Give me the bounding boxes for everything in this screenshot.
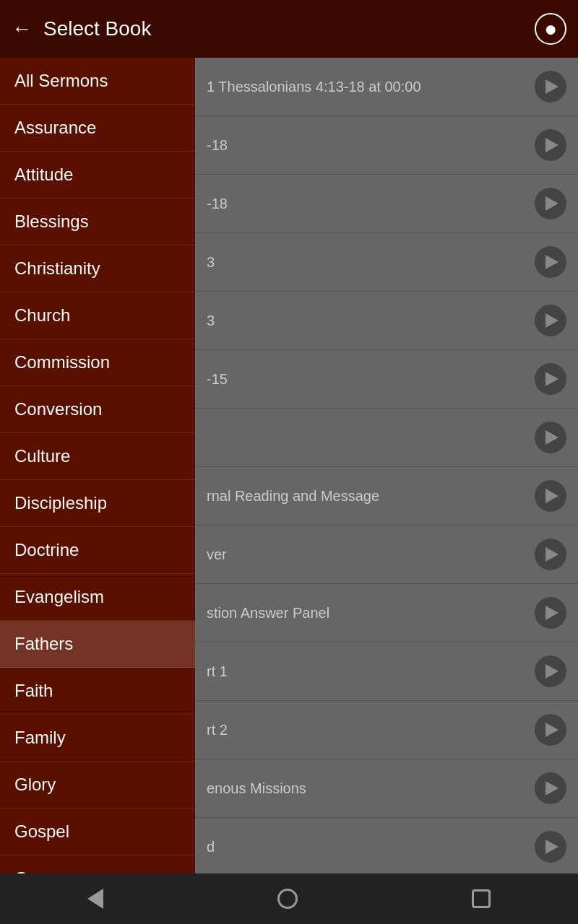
list-item[interactable]: -18 <box>195 175 578 233</box>
account-circle-icon: ● <box>544 17 557 41</box>
sidebar-item-family[interactable]: Family <box>0 715 195 762</box>
play-icon <box>545 547 558 562</box>
sidebar-label-family: Family <box>14 728 66 748</box>
page-title: Select Book <box>43 17 535 40</box>
sidebar-label-gospel: Gospel <box>14 821 69 842</box>
play-button[interactable] <box>535 71 566 103</box>
play-button[interactable] <box>535 188 566 219</box>
sidebar-item-assurance[interactable]: Assurance <box>0 105 195 152</box>
play-button[interactable] <box>535 129 566 161</box>
sidebar-item-glory[interactable]: Glory <box>0 762 195 808</box>
sidebar-item-commission[interactable]: Commission <box>0 339 195 386</box>
play-icon <box>545 430 558 445</box>
sermon-title: d <box>207 839 535 855</box>
play-icon <box>545 489 558 503</box>
sidebar-label-culture: Culture <box>14 446 70 466</box>
sidebar-label-fathers: Fathers <box>14 634 73 654</box>
play-icon <box>545 372 558 386</box>
nav-recent-button[interactable] <box>457 882 505 915</box>
list-item[interactable]: stion Answer Panel <box>195 584 578 642</box>
sidebar-item-faith[interactable]: Faith <box>0 668 195 715</box>
list-item[interactable]: rnal Reading and Message <box>195 467 578 526</box>
sermon-title: -15 <box>207 371 535 388</box>
list-item[interactable]: d <box>195 818 578 876</box>
sidebar-item-evangelism[interactable]: Evangelism <box>0 574 195 621</box>
list-item[interactable]: ver <box>195 526 578 584</box>
list-item[interactable]: 1 Thessalonians 4:13-18 at 00:00 <box>195 58 578 116</box>
sidebar-label-church: Church <box>14 305 70 326</box>
list-item[interactable] <box>195 409 578 467</box>
play-button[interactable] <box>535 363 566 395</box>
play-icon <box>545 723 558 737</box>
back-button[interactable]: ← <box>12 17 32 40</box>
play-button[interactable] <box>535 655 566 687</box>
sidebar-item-culture[interactable]: Culture <box>0 433 195 480</box>
sidebar-item-doctrine[interactable]: Doctrine <box>0 527 195 574</box>
sidebar-item-gospel[interactable]: Gospel <box>0 808 195 855</box>
nav-recent-icon <box>472 889 491 908</box>
nav-home-button[interactable] <box>263 881 312 916</box>
bottom-nav <box>0 873 578 924</box>
play-button[interactable] <box>535 772 566 804</box>
list-item[interactable]: enous Missions <box>195 759 578 818</box>
sidebar-item-attitude[interactable]: Attitude <box>0 152 195 199</box>
sidebar-item-all-sermons[interactable]: All Sermons <box>0 58 195 105</box>
play-button[interactable] <box>535 246 566 278</box>
sidebar-item-conversion[interactable]: Conversion <box>0 386 195 433</box>
list-item[interactable]: -18 <box>195 116 578 175</box>
sidebar-label-doctrine: Doctrine <box>14 540 79 560</box>
nav-back-icon <box>87 889 103 909</box>
app-bar: ← Select Book ● <box>0 0 578 58</box>
sidebar-label-evangelism: Evangelism <box>14 587 104 607</box>
play-button[interactable] <box>535 714 566 746</box>
play-icon <box>545 840 558 854</box>
nav-home-icon <box>277 889 298 909</box>
play-button[interactable] <box>535 305 566 336</box>
play-button[interactable] <box>535 480 566 512</box>
sidebar-label-attitude: Attitude <box>14 165 73 185</box>
sermon-title: rnal Reading and Message <box>207 488 535 505</box>
sermon-title: stion Answer Panel <box>207 605 535 622</box>
sermon-title: -18 <box>207 137 535 154</box>
sermon-title: ver <box>207 546 535 563</box>
list-item[interactable]: -15 <box>195 350 578 409</box>
sidebar-item-church[interactable]: Church <box>0 292 195 339</box>
avatar-button[interactable]: ● <box>535 13 566 45</box>
sidebar: All Sermons Assurance Attitude Blessings… <box>0 58 195 895</box>
play-button[interactable] <box>535 597 566 629</box>
sidebar-item-blessings[interactable]: Blessings <box>0 199 195 245</box>
sermon-title: rt 2 <box>207 722 535 738</box>
play-button[interactable] <box>535 539 566 570</box>
back-icon: ← <box>12 17 32 40</box>
play-icon <box>545 664 558 679</box>
sermon-title: 1 Thessalonians 4:13-18 at 00:00 <box>207 79 535 95</box>
sidebar-label-blessings: Blessings <box>14 212 89 232</box>
play-button[interactable] <box>535 831 566 863</box>
list-item[interactable]: rt 2 <box>195 701 578 759</box>
play-icon <box>545 255 558 269</box>
play-icon <box>545 781 558 796</box>
nav-back-button[interactable] <box>73 881 118 916</box>
sermon-title: rt 1 <box>207 663 535 680</box>
sidebar-label-assurance: Assurance <box>14 118 96 138</box>
sidebar-item-fathers[interactable]: Fathers <box>0 621 195 668</box>
play-icon <box>545 313 558 328</box>
list-item[interactable]: rt 1 <box>195 642 578 701</box>
sermon-title: 3 <box>207 313 535 329</box>
play-icon <box>545 606 558 620</box>
sermon-title: -18 <box>207 196 535 212</box>
sidebar-item-christianity[interactable]: Christianity <box>0 245 195 292</box>
play-icon <box>545 138 558 152</box>
sidebar-item-discipleship[interactable]: Discipleship <box>0 480 195 527</box>
sidebar-label-commission: Commission <box>14 352 110 372</box>
list-item[interactable]: 3 <box>195 233 578 292</box>
sidebar-label-glory: Glory <box>14 775 56 795</box>
list-item[interactable]: 3 <box>195 292 578 350</box>
sidebar-label-christianity: Christianity <box>14 258 100 279</box>
sermon-title: enous Missions <box>207 780 535 797</box>
play-icon <box>545 196 558 211</box>
sidebar-label-all-sermons: All Sermons <box>14 71 108 91</box>
sidebar-label-faith: Faith <box>14 681 53 701</box>
sidebar-label-conversion: Conversion <box>14 399 102 419</box>
play-button[interactable] <box>535 422 566 453</box>
